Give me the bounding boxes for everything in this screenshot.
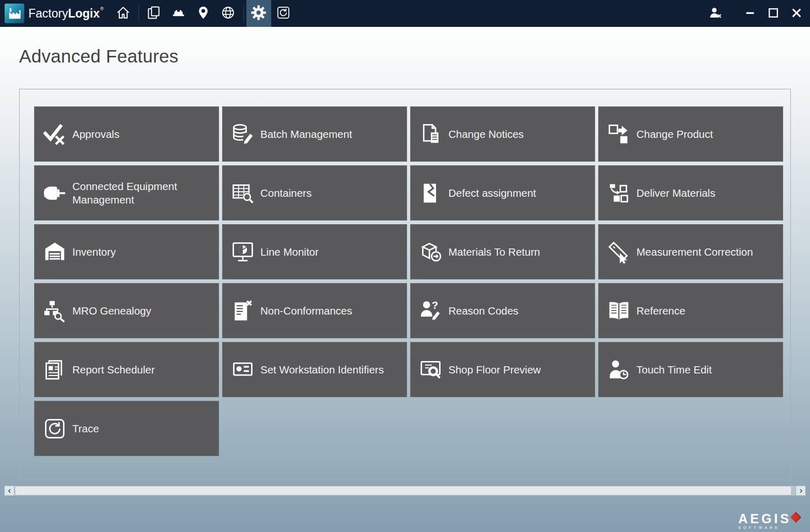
mro-genealogy-icon: [43, 299, 67, 323]
trace-icon: [276, 6, 290, 21]
tile-reference[interactable]: Reference: [598, 283, 783, 338]
user-logout-icon: [709, 7, 722, 21]
brand-bold: Logix: [68, 7, 100, 21]
tile-label: Change Notices: [448, 128, 524, 141]
tile-change-product[interactable]: Change Product: [598, 106, 783, 162]
line-monitor-icon: [231, 240, 255, 264]
documents-icon: [147, 6, 161, 21]
maximize-icon: [767, 7, 780, 21]
home-icon: [116, 6, 130, 21]
tile-label: Set Workstation Identifiers: [260, 363, 384, 377]
toolbar-separator: [243, 6, 244, 21]
tile-line-monitor[interactable]: Line Monitor: [222, 224, 407, 279]
aegis-logo: AEGIS SOFTWARE: [738, 512, 800, 529]
containers-icon: [231, 181, 255, 205]
main-content: Advanced Features ApprovalsBatch Managem…: [0, 27, 810, 532]
reference-icon: [607, 299, 631, 323]
change-product-icon: [607, 122, 631, 146]
tile-label: Reason Codes: [448, 304, 519, 318]
materials-to-return-icon: [419, 240, 443, 264]
tile-approvals[interactable]: Approvals: [34, 106, 219, 162]
scrollbar-track[interactable]: [14, 486, 796, 496]
tile-label: Report Scheduler: [72, 363, 155, 377]
tile-label: Approvals: [72, 128, 119, 141]
tile-change-notices[interactable]: Change Notices: [410, 106, 595, 162]
scrollbar-thumb[interactable]: [15, 486, 791, 495]
app-title: FactoryLogix®: [28, 0, 104, 27]
tile-label: Reference: [636, 304, 686, 318]
brand-registered-mark: ®: [100, 6, 104, 11]
tile-inventory[interactable]: Inventory: [34, 224, 219, 279]
tile-reason-codes[interactable]: ?Reason Codes: [410, 283, 595, 338]
arrow-left-icon: [7, 487, 12, 495]
deliver-materials-icon: [607, 181, 631, 205]
tile-trace[interactable]: Trace: [34, 401, 219, 456]
approvals-icon: [43, 122, 67, 146]
tile-label: Containers: [260, 186, 311, 200]
tile-defect-assignment[interactable]: Defect assignment: [410, 165, 595, 221]
tile-mro-genealogy[interactable]: MRO Genealogy: [34, 283, 219, 338]
tile-deliver-materials[interactable]: Deliver Materials: [598, 165, 783, 221]
tile-materials-to-return[interactable]: Materials To Return: [410, 224, 595, 279]
horizontal-scrollbar[interactable]: [4, 486, 806, 496]
defect-assignment-icon: [419, 181, 443, 205]
toolbar-separator: [138, 6, 139, 21]
web-button[interactable]: [216, 0, 241, 27]
locations-button[interactable]: [191, 0, 216, 27]
factorylogix-logo-icon: [5, 4, 24, 23]
settings-button[interactable]: [246, 0, 271, 27]
scroll-left-button[interactable]: [4, 486, 14, 496]
aegis-brand-text: AEGIS: [738, 512, 791, 525]
tile-connected-equipment-management[interactable]: Connected Equipment Management: [34, 165, 219, 221]
tile-label: Trace: [72, 422, 99, 435]
location-pin-icon: [196, 6, 210, 21]
tile-label: Inventory: [72, 245, 116, 259]
set-workstation-identifiers-icon: [231, 358, 255, 382]
svg-text:?: ?: [432, 300, 438, 311]
production-button[interactable]: [166, 0, 191, 27]
production-icon: [172, 6, 185, 21]
tile-shop-floor-preview[interactable]: Shop Floor Preview: [410, 342, 595, 397]
tile-non-conformances[interactable]: Non-Conformances: [222, 283, 407, 338]
tile-measurement-correction[interactable]: Measurement Correction: [598, 224, 783, 279]
tile-report-scheduler[interactable]: Report Scheduler: [34, 342, 219, 397]
shop-floor-preview-icon: [419, 358, 443, 382]
minimize-button[interactable]: [738, 0, 761, 27]
scroll-right-button[interactable]: [796, 486, 806, 496]
globe-icon: [221, 6, 235, 21]
change-notices-icon: [419, 122, 443, 146]
non-conformances-icon: [231, 299, 255, 323]
documents-button[interactable]: [142, 0, 166, 27]
tile-label: Defect assignment: [448, 186, 536, 200]
batch-management-icon: [231, 122, 255, 146]
reason-codes-icon: ?: [419, 299, 443, 323]
home-button[interactable]: [111, 0, 136, 27]
tile-label: Deliver Materials: [636, 186, 715, 200]
minimize-icon: [744, 7, 756, 21]
maximize-button[interactable]: [761, 0, 785, 27]
tile-label: Connected Equipment Management: [72, 180, 213, 206]
trace-button[interactable]: [271, 0, 296, 27]
tile-batch-management[interactable]: Batch Management: [222, 106, 407, 162]
arrow-right-icon: [799, 487, 803, 495]
report-scheduler-icon: [43, 358, 67, 382]
gear-icon: [251, 5, 267, 22]
logout-user-button[interactable]: [704, 0, 727, 27]
tile-label: Change Product: [636, 128, 713, 141]
close-button[interactable]: [785, 0, 808, 27]
tile-touch-time-edit[interactable]: Touch Time Edit: [598, 342, 783, 397]
title-bar: FactoryLogix®: [0, 0, 810, 27]
connected-equipment-icon: [43, 181, 67, 205]
close-icon: [790, 7, 803, 21]
measurement-correction-icon: [607, 240, 631, 264]
tile-label: Shop Floor Preview: [448, 363, 541, 377]
tile-label: Batch Management: [260, 128, 352, 141]
tile-set-workstation-identifiers[interactable]: Set Workstation Identifiers: [222, 342, 407, 397]
titlebar-spacer: [296, 0, 704, 27]
app-window: FactoryLogix®: [0, 0, 810, 532]
tile-label: Line Monitor: [260, 245, 319, 259]
aegis-software-text: SOFTWARE: [738, 526, 800, 529]
brand-light: Factory: [28, 7, 68, 21]
tile-containers[interactable]: Containers: [222, 165, 407, 221]
touch-time-edit-icon: [607, 358, 631, 382]
